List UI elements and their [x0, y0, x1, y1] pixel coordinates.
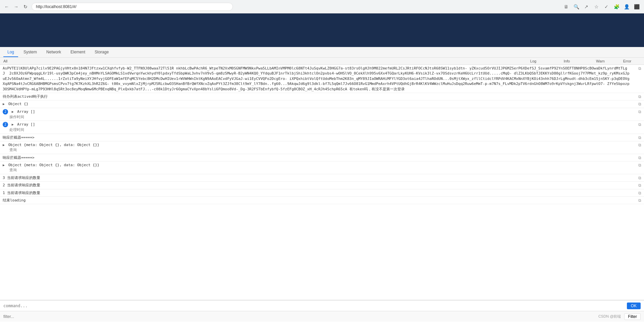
copy-icon-13[interactable]: ⧉	[638, 198, 641, 203]
console-columns: All Log Info Warn Error	[0, 58, 644, 65]
row3-content: ▶ Object {}	[3, 101, 641, 106]
col-all[interactable]: All	[3, 59, 520, 63]
expand-arrow-7: ▶	[3, 143, 5, 147]
ok-button[interactable]: OK	[627, 303, 641, 309]
log-row-7[interactable]: ▶ Object {meta: Object {}, data: Object …	[0, 141, 644, 154]
col-info[interactable]: Info	[547, 59, 587, 63]
col-error[interactable]: Error	[614, 59, 641, 63]
filter-input[interactable]	[3, 314, 54, 319]
command-input[interactable]	[3, 304, 627, 308]
bookmark-icon[interactable]: ☆	[592, 3, 600, 11]
expand-arrow-4: ▶	[12, 110, 14, 113]
row10-content: 3 当前请求响应的数量	[3, 175, 641, 180]
row4-content: 2 ▶ Array [] 操作时间	[3, 109, 641, 120]
copy-icon-11[interactable]: ⧉	[638, 183, 641, 188]
expand-arrow-5: ▶	[12, 123, 14, 126]
csdn-label: CSDN @前端	[598, 314, 621, 319]
log-row-10: 3 当前请求响应的数量 ⧉	[0, 174, 644, 182]
forward-button[interactable]: →	[13, 3, 19, 10]
log-row-5[interactable]: 2 ▶ Array [] 处理时间 ⧉	[0, 121, 644, 134]
console-area[interactable]: AsPVTE1lK8UlAPg7cilv9E2PAGjyVHtx0n184N7J…	[0, 65, 644, 300]
row9-sub: 查询	[3, 168, 631, 173]
copy-icon-12[interactable]: ⧉	[638, 191, 641, 195]
log-row-4[interactable]: 2 ▶ Array [] 操作时间 ⧉	[0, 108, 644, 121]
copy-icon-9[interactable]: ⧉	[638, 163, 641, 168]
log-row-8: 响应拦截器=====> ⧉	[0, 154, 644, 161]
browser-chrome: ← → ↻ 🖥 🔍 ↗ ☆ ✓ 🧩 👤 ⬛	[0, 0, 644, 13]
copy-icon-7[interactable]: ⧉	[638, 143, 641, 147]
filter-bar: CSDN @前端 Filter	[0, 311, 644, 322]
log-row-2: 待办列表actived钩子执行 ⧉	[0, 93, 644, 100]
copy-icon-10[interactable]: ⧉	[638, 176, 641, 180]
app-header	[0, 13, 644, 47]
row1-content: AsPVTE1lK8UlAPg7cilv9E2PAGjyVHtx0n184N7J…	[3, 66, 641, 92]
log-row-11: 2 当前请求响应的数量 ⧉	[0, 182, 644, 189]
grammarly-icon[interactable]: ✓	[602, 3, 610, 11]
copy-icon-1[interactable]: ⧉	[638, 66, 641, 71]
expand-arrow-9: ▶	[3, 163, 5, 167]
log-row-9[interactable]: ▶ Object {meta: Object {}, data: Object …	[0, 161, 644, 174]
row6-content: 响应拦截器=====>	[3, 135, 641, 140]
window-icon[interactable]: ⬛	[633, 3, 641, 11]
expand-arrow-3: ▶	[3, 102, 5, 106]
log-row-12: 1 当前请求响应的数量 ⧉	[0, 189, 644, 197]
copy-icon-4[interactable]: ⧉	[638, 109, 641, 114]
extension-icon[interactable]: 🧩	[612, 3, 621, 11]
copy-icon-2[interactable]: ⧉	[638, 94, 641, 99]
badge-4: 2	[3, 109, 8, 114]
col-log[interactable]: Log	[520, 59, 547, 63]
log-row-13: 结束loading ⧉	[0, 197, 644, 204]
row7-content: ▶ Object {meta: Object {}, data: Object …	[3, 142, 641, 153]
tab-network[interactable]: Network	[42, 48, 65, 57]
row11-content: 2 当前请求响应的数量	[3, 183, 641, 188]
copy-icon-8[interactable]: ⧉	[638, 155, 641, 160]
browser-icons: 🖥 🔍 ↗ ☆ ✓ 🧩 👤 ⬛	[562, 3, 641, 11]
row9-content: ▶ Object {meta: Object {}, data: Object …	[3, 163, 641, 173]
row12-content: 1 当前请求响应的数量	[3, 190, 641, 195]
tab-element[interactable]: Element	[66, 48, 89, 57]
row4-sub: 操作时间	[3, 114, 631, 120]
copy-icon-6[interactable]: ⧉	[638, 135, 641, 140]
address-bar[interactable]	[32, 3, 233, 11]
log-row-1: AsPVTE1lK8UlAPg7cilv9E2PAGjyVHtx0n184N7J…	[0, 65, 644, 93]
log-row-6: 响应拦截器=====> ⧉	[0, 134, 644, 141]
row7-sub: 查询	[3, 147, 631, 152]
filter-button[interactable]: Filter	[624, 313, 641, 320]
reload-button[interactable]: ↻	[22, 3, 29, 10]
copy-icon-3[interactable]: ⧉	[638, 102, 641, 106]
badge-5: 2	[3, 122, 8, 127]
row5-content: 2 ▶ Array [] 处理时间	[3, 122, 641, 132]
tab-system[interactable]: System	[19, 48, 41, 57]
col-warn[interactable]: Warn	[587, 59, 614, 63]
zoom-icon[interactable]: 🔍	[572, 3, 580, 11]
copy-icon-5[interactable]: ⧉	[638, 122, 641, 127]
row13-content: 结束loading	[3, 198, 641, 203]
share-icon[interactable]: ↗	[582, 3, 590, 11]
row2-content: 待办列表actived钩子执行	[3, 94, 641, 99]
screenshot-icon[interactable]: 🖥	[562, 3, 570, 11]
row5-sub: 处理时间	[3, 127, 631, 132]
tab-log[interactable]: Log	[3, 48, 18, 57]
back-button[interactable]: ←	[3, 3, 10, 10]
tab-storage[interactable]: Storage	[91, 48, 113, 57]
devtools-tabs: Log System Network Element Storage	[0, 47, 644, 58]
row8-content: 响应拦截器=====>	[3, 155, 641, 160]
log-row-3[interactable]: ▶ Object {} ⧉	[0, 100, 644, 108]
command-bar: OK	[0, 300, 644, 311]
profile-icon[interactable]: 👤	[623, 3, 631, 11]
